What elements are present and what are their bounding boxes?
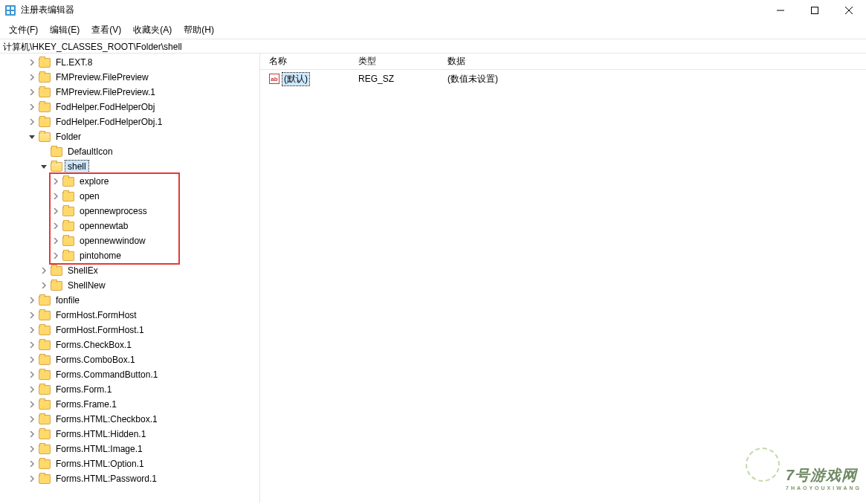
expander-none (39, 146, 49, 157)
menu-help[interactable]: 帮助(H) (178, 22, 220, 38)
col-data[interactable]: 数据 (439, 54, 866, 69)
tree-item[interactable]: Forms.Frame.1 (0, 397, 259, 412)
chevron-right-icon[interactable] (27, 384, 37, 395)
titlebar: 注册表编辑器 (0, 0, 866, 21)
value-row[interactable]: ab (默认) REG_SZ (数值未设置) (260, 71, 866, 86)
tree-item[interactable]: Forms.HTML:Checkbox.1 (0, 412, 259, 427)
tree-item[interactable]: Forms.HTML:Password.1 (0, 471, 259, 486)
chevron-right-icon[interactable] (27, 399, 37, 410)
chevron-right-icon[interactable] (39, 265, 49, 276)
value-name-cell: ab (默认) (260, 73, 349, 85)
col-name[interactable]: 名称 (260, 54, 349, 69)
addressbar[interactable]: 计算机\HKEY_CLASSES_ROOT\Folder\shell (0, 39, 866, 54)
chevron-right-icon[interactable] (27, 355, 37, 365)
chevron-down-icon[interactable] (27, 132, 37, 142)
folder-icon (39, 117, 51, 127)
chevron-right-icon[interactable] (27, 340, 37, 350)
chevron-right-icon[interactable] (27, 102, 37, 112)
chevron-right-icon[interactable] (51, 251, 61, 261)
chevron-right-icon[interactable] (27, 474, 37, 484)
chevron-right-icon[interactable] (27, 414, 37, 424)
chevron-right-icon[interactable] (51, 176, 61, 187)
tree-item-label: Forms.HTML:Checkbox.1 (54, 413, 160, 425)
minimize-button[interactable] (763, 0, 798, 21)
menu-view[interactable]: 查看(V) (85, 22, 127, 38)
folder-icon (62, 222, 74, 231)
tree-item-label: FL.EXT.8 (54, 56, 94, 68)
tree-item-label: opennewtab (77, 220, 130, 232)
tree-item[interactable]: Forms.HTML:Hidden.1 (0, 427, 259, 442)
tree-item[interactable]: Forms.CommandButton.1 (0, 367, 259, 382)
tree-item-label: Folder (54, 131, 83, 143)
tree-item[interactable]: DefaultIcon (0, 144, 259, 159)
tree-item[interactable]: FodHelper.FodHelperObj.1 (0, 114, 259, 129)
chevron-right-icon[interactable] (27, 459, 37, 469)
chevron-right-icon[interactable] (27, 429, 37, 439)
menu-file[interactable]: 文件(F) (3, 22, 44, 38)
chevron-right-icon[interactable] (27, 87, 37, 97)
window-title: 注册表编辑器 (21, 4, 763, 16)
chevron-right-icon[interactable] (51, 221, 61, 231)
chevron-right-icon[interactable] (51, 236, 61, 246)
tree-item[interactable]: Forms.HTML:Option.1 (0, 456, 259, 471)
folder-icon (39, 370, 51, 380)
tree-item-label: FormHost.FormHost (54, 309, 139, 321)
tree-item[interactable]: FMPreview.FilePreview.1 (0, 85, 259, 100)
close-button[interactable] (832, 0, 866, 21)
chevron-right-icon[interactable] (27, 57, 37, 68)
col-type[interactable]: 类型 (349, 54, 439, 69)
chevron-right-icon[interactable] (27, 117, 37, 127)
folder-icon (39, 326, 51, 335)
chevron-right-icon[interactable] (27, 310, 37, 320)
values-pane[interactable]: 名称 类型 数据 ab (默认) REG_SZ (数值未设置) (260, 54, 866, 503)
tree-pane[interactable]: FL.EXT.8FMPreview.FilePreviewFMPreview.F… (0, 54, 260, 503)
tree-item[interactable]: pintohome (0, 248, 259, 263)
tree-item-label: ShellNew (65, 280, 108, 291)
chevron-right-icon[interactable] (27, 369, 37, 380)
chevron-right-icon[interactable] (51, 206, 61, 216)
tree-item[interactable]: FMPreview.FilePreview (0, 70, 259, 85)
chevron-right-icon[interactable] (27, 325, 37, 335)
tree-item[interactable]: opennewprocess (0, 204, 259, 219)
tree-item[interactable]: FL.EXT.8 (0, 55, 259, 70)
menu-edit[interactable]: 编辑(E) (44, 22, 85, 38)
tree-item[interactable]: explore (0, 174, 259, 189)
folder-icon (39, 132, 51, 142)
tree-item[interactable]: opennewwindow (0, 233, 259, 248)
chevron-right-icon[interactable] (27, 444, 37, 454)
menu-favorites[interactable]: 收藏夹(A) (127, 22, 178, 38)
tree-item[interactable]: Forms.CheckBox.1 (0, 337, 259, 352)
folder-icon (39, 73, 51, 83)
chevron-down-icon[interactable] (39, 161, 49, 172)
folder-icon (51, 147, 62, 157)
tree-item[interactable]: shell (0, 159, 259, 174)
chevron-right-icon[interactable] (27, 72, 37, 83)
tree-item[interactable]: FodHelper.FodHelperObj (0, 100, 259, 114)
tree-item-label: FodHelper.FodHelperObj (54, 101, 157, 113)
chevron-right-icon[interactable] (39, 280, 49, 291)
menubar: 文件(F) 编辑(E) 查看(V) 收藏夹(A) 帮助(H) (0, 21, 866, 39)
tree-item-label: explore (77, 175, 111, 187)
chevron-right-icon[interactable] (27, 295, 37, 306)
tree-item-label: pintohome (77, 250, 123, 262)
tree-item[interactable]: Forms.Form.1 (0, 382, 259, 397)
tree-item[interactable]: FormHost.FormHost.1 (0, 323, 259, 337)
folder-icon (51, 266, 62, 276)
tree-item[interactable]: FormHost.FormHost (0, 308, 259, 323)
chevron-right-icon[interactable] (51, 191, 61, 201)
tree-item-label: fonfile (54, 294, 82, 306)
tree-item[interactable]: fonfile (0, 293, 259, 308)
tree-item-label: ShellEx (65, 265, 100, 277)
maximize-button[interactable] (798, 0, 832, 21)
tree-item[interactable]: Forms.HTML:Image.1 (0, 442, 259, 456)
tree-item[interactable]: Folder (0, 129, 259, 144)
folder-icon (51, 281, 62, 291)
tree-item[interactable]: opennewtab (0, 219, 259, 233)
tree-item[interactable]: Forms.ComboBox.1 (0, 352, 259, 367)
tree-item-label: shell (65, 161, 88, 172)
value-type: REG_SZ (349, 74, 439, 84)
tree-item[interactable]: ShellNew (0, 278, 259, 293)
tree-item[interactable]: ShellEx (0, 263, 259, 278)
tree-item[interactable]: open (0, 189, 259, 204)
tree-item-label: open (77, 190, 102, 202)
